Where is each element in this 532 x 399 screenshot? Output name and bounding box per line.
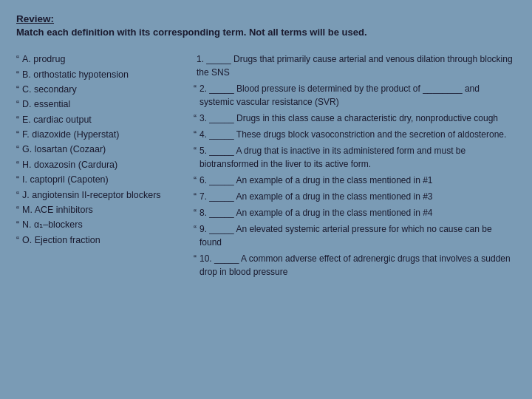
left-column: “A. prodrug“B. orthostatic hypotension“C… bbox=[16, 52, 186, 389]
header-subtitle: Match each definition with its correspon… bbox=[16, 26, 516, 39]
bullet: “ bbox=[16, 68, 19, 82]
list-text: H. doxazosin (Cardura) bbox=[22, 158, 117, 172]
right-item: 1. _____ Drugs that primarily cause arte… bbox=[194, 52, 516, 79]
right-item: “5. _____ A drug that is inactive in its… bbox=[194, 144, 516, 171]
bullet: “ bbox=[16, 158, 19, 172]
bullet: “ bbox=[16, 143, 19, 157]
right-text: 3. _____ Drugs in this class cause a cha… bbox=[200, 112, 498, 125]
header-title: Review: bbox=[16, 13, 54, 24]
bullet: “ bbox=[16, 203, 19, 217]
right-text: 6. _____ An example of a drug in the cla… bbox=[200, 174, 433, 187]
right-bullet: “ bbox=[194, 252, 197, 265]
list-item: “O. Ejection fraction bbox=[16, 233, 186, 248]
right-bullet: “ bbox=[194, 112, 197, 125]
list-text: A. prodrug bbox=[22, 52, 65, 66]
list-item: “J. angiotensin II-receptor blockers bbox=[16, 188, 186, 202]
bullet: “ bbox=[16, 83, 19, 97]
list-text: M. ACE inhibitors bbox=[22, 203, 93, 217]
right-bullet: “ bbox=[194, 222, 197, 236]
list-item: “E. cardiac output bbox=[16, 113, 186, 127]
list-text: I. captopril (Capoten) bbox=[22, 173, 109, 187]
right-item: “3. _____ Drugs in this class cause a ch… bbox=[194, 112, 516, 125]
main-container: Review: Match each definition with its c… bbox=[0, 0, 532, 399]
list-text: N. α₁–blockers bbox=[22, 218, 83, 232]
header: Review: Match each definition with its c… bbox=[16, 13, 516, 39]
bullet: “ bbox=[16, 52, 19, 66]
list-text: D. essential bbox=[22, 98, 70, 112]
right-text: 1. _____ Drugs that primarily cause arte… bbox=[197, 52, 516, 79]
right-item: “10. _____ A common adverse effect of ad… bbox=[194, 252, 516, 279]
bullet: “ bbox=[16, 113, 19, 127]
right-bullet: “ bbox=[194, 82, 197, 95]
bullet: “ bbox=[16, 98, 19, 112]
list-text: J. angiotensin II-receptor blockers bbox=[22, 188, 161, 202]
list-text: F. diazoxide (Hyperstat) bbox=[22, 128, 119, 142]
bullet: “ bbox=[16, 218, 19, 232]
right-bullet: “ bbox=[194, 174, 197, 187]
list-item: “H. doxazosin (Cardura) bbox=[16, 158, 186, 172]
bullet: “ bbox=[16, 188, 19, 202]
right-text: 8. _____ An example of a drug in the cla… bbox=[200, 206, 433, 219]
right-text: 5. _____ A drug that is inactive in its … bbox=[200, 144, 516, 171]
list-item: “M. ACE inhibitors bbox=[16, 203, 186, 217]
bullet: “ bbox=[16, 128, 19, 142]
right-text: 4. _____ These drugs block vasoconstrict… bbox=[200, 128, 506, 141]
bullet: “ bbox=[16, 233, 19, 248]
right-item: “8. _____ An example of a drug in the cl… bbox=[194, 206, 516, 219]
right-bullet: “ bbox=[194, 190, 197, 203]
list-text: C. secondary bbox=[22, 83, 77, 97]
right-text: 9. _____ An elevated systemic arterial p… bbox=[200, 222, 516, 249]
body-columns: “A. prodrug“B. orthostatic hypotension“C… bbox=[16, 52, 516, 389]
right-item: “4. _____ These drugs block vasoconstric… bbox=[194, 128, 516, 141]
list-text: B. orthostatic hypotension bbox=[22, 68, 129, 82]
right-text: 2. _____ Blood pressure is determined by… bbox=[200, 82, 516, 109]
list-text: E. cardiac output bbox=[22, 113, 92, 127]
list-item: “C. secondary bbox=[16, 83, 186, 97]
right-item: “2. _____ Blood pressure is determined b… bbox=[194, 82, 516, 109]
list-text: G. losartan (Cozaar) bbox=[22, 143, 106, 157]
right-column: 1. _____ Drugs that primarily cause arte… bbox=[194, 52, 516, 389]
list-item: “F. diazoxide (Hyperstat) bbox=[16, 128, 186, 142]
right-item: “7. _____ An example of a drug in the cl… bbox=[194, 190, 516, 203]
right-text: 7. _____ An example of a drug in the cla… bbox=[200, 190, 433, 203]
list-item: “N. α₁–blockers bbox=[16, 218, 186, 232]
list-item: “G. losartan (Cozaar) bbox=[16, 143, 186, 157]
right-item: “6. _____ An example of a drug in the cl… bbox=[194, 174, 516, 187]
list-item: “D. essential bbox=[16, 98, 186, 112]
right-item: “9. _____ An elevated systemic arterial … bbox=[194, 222, 516, 249]
right-bullet: “ bbox=[194, 206, 197, 219]
right-bullet: “ bbox=[194, 128, 197, 141]
list-text: O. Ejection fraction bbox=[22, 233, 100, 248]
list-item: “I. captopril (Capoten) bbox=[16, 173, 186, 187]
right-text: 10. _____ A common adverse effect of adr… bbox=[200, 252, 516, 279]
list-item: “B. orthostatic hypotension bbox=[16, 68, 186, 82]
list-item: “A. prodrug bbox=[16, 52, 186, 66]
bullet: “ bbox=[16, 173, 19, 187]
right-bullet: “ bbox=[194, 144, 197, 157]
